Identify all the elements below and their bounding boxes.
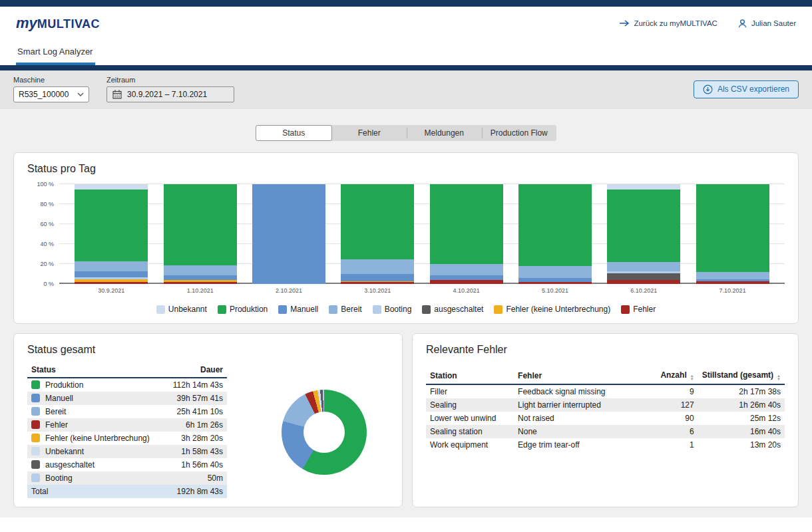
y-axis-tick: 100 % [37,181,54,188]
legend-item: Produktion [218,305,268,314]
legend-item: Bereit [329,305,361,314]
error-cell-downtime: 25m 12s [698,412,785,425]
bar-segment [430,275,503,281]
error-cell-station: Lower web unwind [426,412,514,425]
stacked-bar [607,184,680,284]
legend-color-chip [329,305,337,314]
legend-label: ausgeschaltet [434,305,483,314]
status-duration: 1h 58m 43s [164,445,227,458]
x-axis-label: 3.10.2021 [341,287,414,294]
chevron-down-icon [77,92,84,96]
stacked-bar [252,184,325,284]
status-color-chip [31,434,40,442]
logo: myMULTIVAC [16,15,100,32]
legend-item: ausgeschaltet [422,305,483,314]
bar-y-axis: 0 %20 %40 %60 %80 %100 % [27,184,59,284]
donut-chart [282,390,367,475]
bar-segment [607,262,680,271]
sort-icon: ▲▼ [690,374,694,381]
bar-segment [75,184,148,190]
x-axis-label: 30.9.2021 [75,287,148,294]
relevant-errors-table: Station Fehler Anzahl▲▼ Stillstand (gesa… [426,368,785,452]
error-row: Sealing stationNone616m 40s [426,425,785,438]
bar-segment [164,184,237,265]
error-cell-count: 1 [646,438,698,452]
period-filter-group: Zeitraum 30.9.2021 – 7.10.2021 [106,76,234,102]
tab-production-flow[interactable]: Production Flow [482,125,557,141]
col-stillstand-sort[interactable]: Stillstand (gesamt)▲▼ [698,368,785,384]
error-row: FillerFeedback signal missing92h 17m 38s [426,384,785,398]
tab-meldungen[interactable]: Meldungen [407,125,482,141]
status-total-total-row: Total 192h 8m 43s [27,485,227,498]
legend-color-chip [422,305,431,314]
status-color-chip [31,380,40,389]
legend-item: Booting [373,305,412,314]
x-axis-label: 5.10.2021 [518,287,592,294]
date-range-field[interactable]: 30.9.2021 – 7.10.2021 [106,86,234,102]
export-csv-button[interactable]: Als CSV exportieren [694,80,799,98]
user-menu[interactable]: Julian Sauter [737,19,796,29]
bar-segment [341,274,414,281]
col-anzahl-sort[interactable]: Anzahl▲▼ [646,368,698,384]
bar-segment [518,184,592,266]
legend-color-chip [373,305,381,314]
col-dauer: Dauer [164,362,227,378]
stacked-bar-chart: 0 %20 %40 %60 %80 %100 % [27,184,785,284]
x-axis-label: 2.10.2021 [252,287,325,294]
legend-item: Unbekannt [156,305,207,314]
bar-segment [75,261,148,271]
legend-item: Manuell [278,305,318,314]
back-link[interactable]: Zurück zu myMULTIVAC [619,19,717,27]
legend-label: Fehler (keine Unterbrechung) [506,305,610,314]
status-label: Booting [45,473,73,483]
relevant-errors-card: Relevante Fehler Station Fehler Anzahl▲▼… [412,333,799,507]
bar-segment [696,281,769,285]
stacked-bar [341,184,414,284]
relevant-errors-header-row: Station Fehler Anzahl▲▼ Stillstand (gesa… [426,368,785,384]
legend-label: Booting [385,305,412,314]
main-content: StatusFehlerMeldungenProduction Flow Sta… [0,125,812,507]
error-row: Work equipmentEdge trim tear-off113m 20s [426,438,785,452]
page: myMULTIVAC Zurück zu myMULTIVAC Julian S… [0,0,812,532]
stacked-bar [696,184,769,284]
error-cell-station: Filler [426,384,514,398]
bar-segment [607,280,680,284]
error-cell-downtime: 1h 26m 40s [698,398,785,412]
status-total-row: Fehler6h 1m 26s [27,418,227,432]
status-color-chip [31,460,40,469]
status-total-row: Bereit25h 41m 10s [27,405,227,418]
x-axis-label: 4.10.2021 [430,287,503,294]
status-total-row: Fehler (keine Unterbrechung)3h 28m 20s [27,432,227,445]
status-total-row: Booting50m [27,471,227,485]
period-label: Zeitraum [106,76,234,84]
legend-item: Fehler (keine Unterbrechung) [494,305,610,314]
status-color-chip [31,394,40,402]
bar-segment [164,265,237,275]
y-axis-tick: 40 % [40,241,54,247]
status-label: Fehler (keine Unterbrechung) [45,434,150,443]
bar-segment [164,282,237,284]
sort-icon: ▲▼ [777,374,781,381]
status-total-table: Status Dauer Produktion112h 14m 43sManue… [27,362,227,498]
status-total-header-row: Status Dauer [27,362,227,378]
relevant-errors-title: Relevante Fehler [426,344,785,356]
status-duration: 39h 57m 41s [164,392,227,405]
status-color-chip [31,407,40,416]
bar-segment [430,264,503,275]
col-fehler: Fehler [514,368,646,384]
status-label: ausgeschaltet [45,460,95,469]
bar-segment [75,271,148,277]
bar-segment [696,272,769,279]
tab-smart-log-analyzer[interactable]: Smart Log Analyzer [16,47,95,65]
machine-select[interactable]: R535_100000 [13,86,89,102]
legend-item: Fehler [621,305,656,314]
bar-segment [518,266,592,278]
stacked-bar [430,184,503,284]
status-duration: 25h 41m 10s [164,405,227,418]
col-station: Station [426,368,514,384]
tab-fehler[interactable]: Fehler [332,125,407,141]
status-label: Unbekannt [45,447,84,456]
machine-filter-group: Maschine R535_100000 [13,76,89,102]
download-icon [703,84,713,94]
tab-status[interactable]: Status [256,125,332,141]
